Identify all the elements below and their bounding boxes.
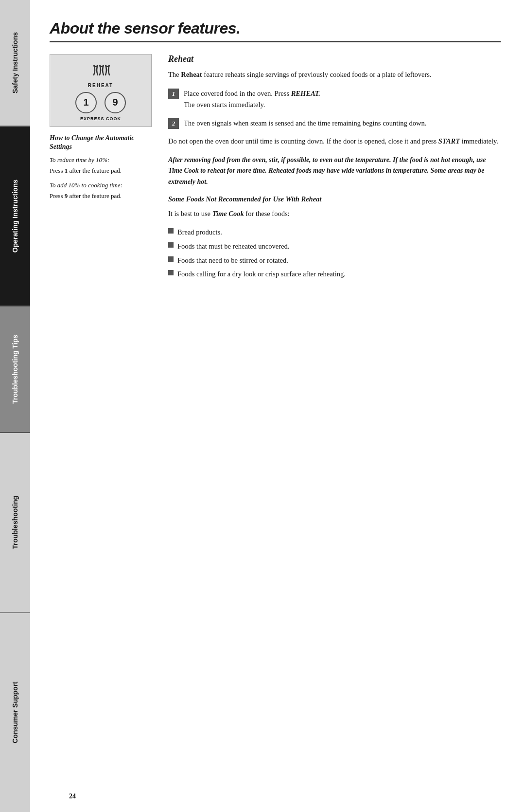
reheat-label: REHEAT [88, 83, 113, 88]
bullet-square-2 [168, 242, 174, 248]
step-1-number: 1 [168, 89, 179, 99]
button-9: 9 [105, 92, 126, 113]
main-content: About the sensor features. REHEAT [30, 0, 525, 812]
bullet-item-2: Foods that must be reheated uncovered. [168, 240, 501, 253]
warning-para: After removing food from the oven, stir,… [168, 155, 501, 187]
bullet-text-1: Bread products. [177, 226, 222, 238]
sidebar-label-safety: Safety Instructions [7, 24, 23, 101]
bullet-text-2: Foods that must be reheated uncovered. [177, 240, 289, 253]
bullet-text-3: Foods that need to be stirred or rotated… [177, 254, 288, 267]
content-area: REHEAT 1 9 EXPRESS COOK How to Change th… [50, 54, 501, 282]
bullet-square-3 [168, 256, 174, 262]
reheat-image-box: REHEAT 1 9 EXPRESS COOK [50, 54, 152, 127]
sidebar: Safety Instructions Operating Instructio… [0, 0, 30, 812]
bullet-square-1 [168, 228, 174, 234]
add-heading: To add 10% to cooking time: [50, 181, 157, 189]
step-2-text: The oven signals when steam is sensed an… [184, 118, 426, 129]
step-1-text: Place covered food in the oven. Press RE… [184, 88, 320, 110]
sidebar-label-tips: Troubleshooting Tips [7, 327, 23, 412]
step-2-number: 2 [168, 118, 179, 129]
page-number: 24 [69, 793, 76, 800]
reheat-intro: The Reheat feature reheats single servin… [168, 69, 501, 80]
bullet-text-4: Foods calling for a dry look or crisp su… [177, 268, 346, 280]
title-rule [50, 41, 501, 42]
bullet-item-1: Bread products. [168, 226, 501, 238]
button-1: 1 [75, 92, 97, 113]
sidebar-label-troubleshooting: Troubleshooting [7, 488, 23, 557]
add-instruction: Press 9 after the feature pad. [50, 191, 157, 201]
reduce-instruction: Press 1 after the feature pad. [50, 166, 157, 176]
bullet-square-4 [168, 270, 174, 275]
time-cook-para: It is best to use Time Cook for these fo… [168, 208, 501, 219]
how-to-title: How to Change the Automatic Settings [50, 134, 157, 151]
bullet-list: Bread products. Foods that must be rehea… [168, 226, 501, 280]
left-column: REHEAT 1 9 EXPRESS COOK How to Change th… [50, 54, 157, 282]
step-1: 1 Place covered food in the oven. Press … [168, 88, 501, 110]
bullet-item-3: Foods that need to be stirred or rotated… [168, 254, 501, 267]
right-column: Reheat The Reheat feature reheats single… [168, 54, 501, 282]
sidebar-label-operating: Operating Instructions [7, 172, 23, 260]
reduce-heading: To reduce time by 10%: [50, 156, 157, 164]
step-2: 2 The oven signals when steam is sensed … [168, 118, 501, 129]
express-cook-label: EXPRESS COOK [80, 116, 121, 121]
bullet-item-4: Foods calling for a dry look or crisp su… [168, 268, 501, 280]
page-title: About the sensor features. [50, 19, 501, 37]
express-cook-row: 1 9 [75, 92, 126, 113]
reheat-section-title: Reheat [168, 54, 501, 64]
steam-icon: REHEAT [88, 60, 113, 88]
middle-para: Do not open the oven door until time is … [168, 136, 501, 147]
steam-symbol [89, 60, 112, 81]
sidebar-label-consumer: Consumer Support [7, 674, 23, 751]
not-recommended-title: Some Foods Not Recommended for Use With … [168, 195, 501, 203]
